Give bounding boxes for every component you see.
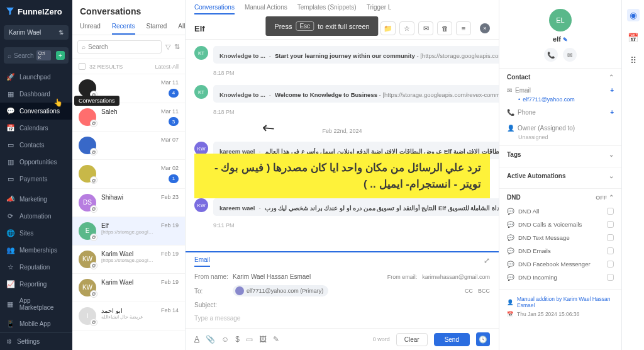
- send-button[interactable]: Send: [434, 333, 470, 346]
- chevron-up-icon[interactable]: ⌃: [609, 74, 614, 81]
- nav-calendars[interactable]: 📅Calendars: [0, 120, 72, 137]
- image-icon[interactable]: 🖼: [259, 335, 267, 344]
- select-all-checkbox[interactable]: [79, 63, 86, 70]
- code-icon[interactable]: ✎: [273, 335, 279, 344]
- contact-name: elf✎: [506, 35, 615, 43]
- apps-tab-icon[interactable]: ⠿: [627, 54, 640, 67]
- chevron-down-icon[interactable]: ⌄: [609, 151, 614, 158]
- nav-marketplace[interactable]: ▦App Marketplace: [0, 293, 72, 315]
- dnd-toggle[interactable]: [607, 261, 614, 268]
- tab-conversations[interactable]: Conversations: [194, 4, 235, 14]
- nav-launchpad[interactable]: 🚀Launchpad: [0, 69, 72, 86]
- filter-button[interactable]: ≡: [456, 21, 471, 35]
- dnd-toggle[interactable]: [607, 234, 614, 241]
- tab-starred[interactable]: Starred: [147, 23, 167, 35]
- tab-trigger[interactable]: Trigger L: [367, 4, 392, 14]
- logo[interactable]: FunnelZero: [0, 0, 72, 23]
- composer-tab-email[interactable]: Email: [194, 256, 210, 267]
- thread-actions: 📁 ☆ ✉ 🗑 ≡ ×: [380, 21, 490, 35]
- conversation-item[interactable]: E@ Elf [https://storage.googleapis.com F…: [72, 217, 185, 246]
- compose-textarea[interactable]: Type a message: [194, 311, 490, 325]
- sort-icon[interactable]: ⇅: [174, 43, 180, 51]
- filter-icon[interactable]: ▽: [165, 43, 170, 51]
- nav-settings[interactable]: ⚙Settings: [0, 332, 72, 350]
- chevron-up-icon[interactable]: ⌃: [609, 194, 614, 201]
- dnd-toggle[interactable]: [607, 247, 614, 254]
- nav-contacts[interactable]: ▭Contacts: [0, 137, 72, 154]
- conversation-item[interactable]: DS@ Shihawi Feb 23: [72, 189, 185, 217]
- calendar-tab-icon[interactable]: 📅: [627, 31, 640, 44]
- message-bubble[interactable]: kareem wael - عروض البطاقات الافتراضية ا…: [213, 142, 499, 159]
- conversation-item[interactable]: @ Saleh Mar 11 3: [72, 103, 185, 132]
- conversation-item[interactable]: @ Mar 02 1: [72, 160, 185, 189]
- conversation-item[interactable]: KW@ Karim Wael Feb 19: [72, 274, 185, 302]
- dnd-toggle[interactable]: [607, 274, 614, 281]
- dnd-toggle[interactable]: [607, 208, 614, 215]
- emoji-icon[interactable]: ☺: [221, 335, 229, 344]
- from-name-value[interactable]: Karim Wael Hassan Esmael: [233, 273, 311, 280]
- nav-automation[interactable]: ⟳Automation: [0, 208, 72, 225]
- nav-reputation[interactable]: ☆Reputation: [0, 259, 72, 276]
- text-format-icon[interactable]: A: [194, 335, 199, 344]
- message-bubble[interactable]: Knowledge to ... - Start your learning j…: [213, 46, 499, 64]
- archive-button-[interactable]: 📁: [380, 21, 396, 35]
- template-icon[interactable]: ▭: [246, 335, 253, 344]
- subject-input[interactable]: [233, 302, 490, 308]
- money-icon[interactable]: $: [235, 335, 240, 344]
- message-content: Start your learning journey within our c…: [275, 52, 499, 59]
- star-button[interactable]: ☆: [399, 21, 414, 35]
- tab-manual-actions[interactable]: Manual Actions: [245, 4, 287, 14]
- add-phone-button[interactable]: +: [610, 109, 614, 116]
- nav-memberships[interactable]: 👥Memberships: [0, 242, 72, 259]
- user-switcher[interactable]: Karim Wael ⇅: [4, 25, 69, 40]
- nav-payments[interactable]: ▭Payments: [0, 171, 72, 188]
- conversation-item[interactable]: @ Mar 07: [72, 132, 185, 160]
- convo-name: Elf: [101, 222, 156, 229]
- call-button[interactable]: 📞: [544, 48, 558, 62]
- nav-sites[interactable]: 🌐Sites: [0, 225, 72, 242]
- chevron-down-icon[interactable]: ⌄: [609, 172, 614, 179]
- bcc-button[interactable]: BCC: [478, 288, 490, 294]
- attach-icon[interactable]: 📎: [206, 335, 215, 344]
- tab-recents[interactable]: Recents: [112, 23, 135, 35]
- phone-icon: 📞: [507, 109, 514, 116]
- conversation-item[interactable]: KW@ Karim Wael [https://storage.googleap…: [72, 246, 185, 274]
- message-time: 9:11 PM: [213, 222, 490, 229]
- delete-button[interactable]: 🗑: [437, 21, 452, 35]
- owner-value[interactable]: Unassigned: [507, 134, 614, 140]
- nav-reporting[interactable]: 📈Reporting: [0, 276, 72, 293]
- add-email-button[interactable]: +: [610, 87, 614, 94]
- profile-tab-icon[interactable]: ◉: [627, 9, 640, 21]
- email-value[interactable]: elf7711@yahoo.com: [507, 96, 614, 103]
- add-button[interactable]: +: [56, 51, 65, 60]
- global-search[interactable]: ⌕ Search Ctrl K +: [4, 47, 69, 64]
- nav-marketing[interactable]: 📣Marketing: [0, 191, 72, 208]
- dnd-toggle[interactable]: [607, 221, 614, 228]
- clear-button[interactable]: Clear: [396, 333, 428, 346]
- expand-icon[interactable]: ⤢: [484, 256, 490, 265]
- esc-press: Press: [274, 23, 292, 30]
- message-bubble[interactable]: kareem wael - النتايج أوالنقد او تسويق م…: [213, 198, 499, 216]
- message-sender: kareem wael: [219, 205, 255, 212]
- close-thread-button[interactable]: ×: [480, 23, 490, 33]
- conversation-item[interactable]: ا@ ابو احمد عريضة حال انشاءالله Feb 14: [72, 302, 185, 330]
- sort-dropdown[interactable]: Latest-All: [155, 64, 179, 70]
- mail-button[interactable]: ✉: [418, 21, 433, 35]
- message-bubble[interactable]: Knowledge to ... - Welcome to Knowledge …: [213, 85, 499, 103]
- nav-mobile[interactable]: 📱Mobile App: [0, 315, 72, 332]
- funnel-icon: [5, 6, 15, 16]
- tab-templates[interactable]: Templates (Snippets): [297, 4, 357, 14]
- schedule-button[interactable]: 🕓: [476, 332, 490, 346]
- from-email-value[interactable]: karimwhassan@gmail.com: [422, 274, 490, 280]
- subject-label: Subject:: [194, 302, 229, 308]
- edit-icon[interactable]: ✎: [563, 37, 568, 43]
- list-filter-tabs: Unread Recents Starred All: [72, 16, 185, 35]
- email-button[interactable]: ✉: [563, 48, 577, 62]
- nav-opportunities[interactable]: ▥Opportunities: [0, 154, 72, 171]
- tab-all[interactable]: All: [178, 23, 185, 35]
- cc-button[interactable]: CC: [465, 288, 473, 294]
- word-count: 0 word: [373, 336, 390, 342]
- tab-unread[interactable]: Unread: [80, 23, 101, 35]
- list-search-input[interactable]: ⌕Search: [77, 40, 162, 54]
- to-chip[interactable]: elf7711@yahoo.com (Primary): [233, 285, 328, 296]
